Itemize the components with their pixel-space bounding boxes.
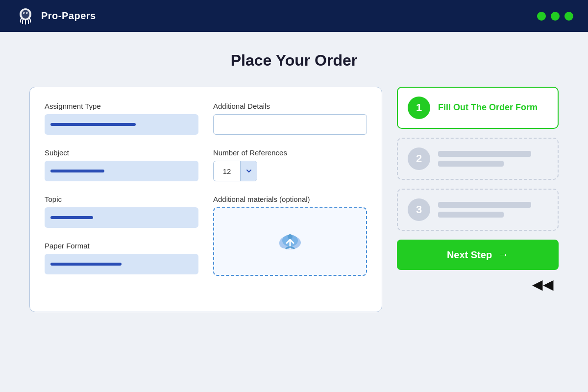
header: Pro-Papers bbox=[0, 0, 588, 32]
number-of-references-field: Number of References 12 bbox=[213, 148, 367, 181]
subject-label: Subject bbox=[45, 148, 198, 157]
paper-format-select[interactable] bbox=[45, 254, 198, 274]
step-3-card: 3 bbox=[397, 189, 559, 231]
step-1-card: 1 Fill Out The Order Form bbox=[397, 87, 559, 129]
additional-details-field: Additional Details bbox=[213, 102, 367, 135]
additional-materials-field: Additional materials (optional) bbox=[213, 195, 367, 276]
references-value: 12 bbox=[214, 167, 240, 175]
additional-details-input[interactable] bbox=[213, 114, 367, 135]
next-step-arrow: → bbox=[498, 248, 509, 261]
form-grid: Assignment Type Subject To bbox=[45, 102, 367, 290]
sidebar: 1 Fill Out The Order Form 2 bbox=[397, 87, 559, 293]
cursor-icon: ◀◀ bbox=[532, 276, 554, 293]
references-arrow[interactable] bbox=[240, 161, 257, 181]
step-2-line-2 bbox=[438, 161, 504, 167]
header-dot-1 bbox=[537, 12, 546, 21]
topic-field: Topic bbox=[45, 195, 198, 228]
number-of-references-label: Number of References bbox=[213, 148, 367, 157]
step-2-line-1 bbox=[438, 151, 531, 157]
subject-field: Subject bbox=[45, 148, 198, 181]
topic-select[interactable] bbox=[45, 207, 198, 228]
svg-point-11 bbox=[288, 234, 293, 239]
subject-select[interactable] bbox=[45, 161, 198, 181]
upload-icon bbox=[275, 227, 305, 256]
references-select[interactable]: 12 bbox=[213, 161, 257, 181]
assignment-type-select[interactable] bbox=[45, 114, 198, 135]
step-1-text: Fill Out The Order Form bbox=[438, 102, 548, 113]
step-1-title: Fill Out The Order Form bbox=[438, 102, 548, 113]
assignment-type-field: Assignment Type bbox=[45, 102, 198, 135]
page-title: Place Your Order bbox=[29, 51, 559, 70]
next-step-button[interactable]: Next Step → bbox=[397, 240, 559, 270]
step-3-circle: 3 bbox=[408, 198, 430, 221]
header-dot-2 bbox=[551, 12, 560, 21]
additional-materials-label: Additional materials (optional) bbox=[213, 195, 367, 203]
right-column: Additional Details Number of References … bbox=[213, 102, 367, 290]
next-step-label: Next Step bbox=[447, 249, 492, 261]
logo-icon bbox=[15, 5, 36, 27]
subject-bar bbox=[50, 170, 104, 172]
step-2-placeholders bbox=[438, 151, 548, 167]
step-1-circle: 1 bbox=[408, 97, 430, 119]
content-area: Assignment Type Subject To bbox=[29, 87, 559, 312]
step-2-circle: 2 bbox=[408, 147, 430, 170]
header-dot-3 bbox=[564, 12, 573, 21]
cursor-area: ◀◀ bbox=[397, 276, 559, 293]
topic-bar bbox=[50, 216, 93, 219]
step-3-placeholders bbox=[438, 202, 548, 218]
logo-area: Pro-Papers bbox=[15, 5, 96, 27]
step-3-line-1 bbox=[438, 202, 531, 208]
main: Place Your Order Assignment Type Subje bbox=[0, 32, 588, 332]
paper-format-field: Paper Format bbox=[45, 242, 198, 274]
paper-format-label: Paper Format bbox=[45, 242, 198, 250]
upload-area[interactable] bbox=[213, 207, 367, 276]
additional-details-label: Additional Details bbox=[213, 102, 367, 110]
assignment-type-bar bbox=[50, 123, 136, 126]
paper-format-bar bbox=[50, 263, 122, 266]
topic-label: Topic bbox=[45, 195, 198, 203]
form-card: Assignment Type Subject To bbox=[29, 87, 382, 312]
header-dots bbox=[537, 12, 573, 21]
step-3-text bbox=[438, 202, 548, 218]
step-2-text bbox=[438, 151, 548, 167]
left-column: Assignment Type Subject To bbox=[45, 102, 198, 290]
step-2-card: 2 bbox=[397, 138, 559, 180]
svg-point-6 bbox=[21, 10, 30, 21]
assignment-type-label: Assignment Type bbox=[45, 102, 198, 110]
step-3-line-2 bbox=[438, 212, 504, 218]
logo-text: Pro-Papers bbox=[41, 10, 96, 22]
